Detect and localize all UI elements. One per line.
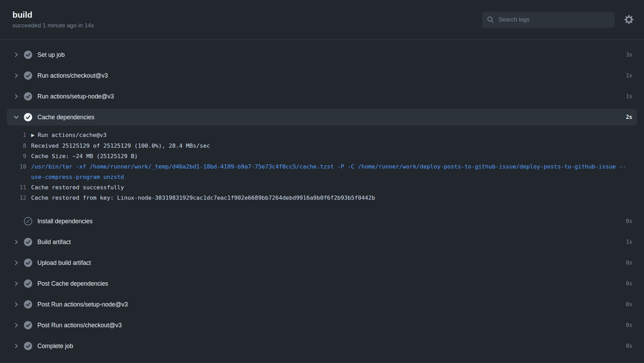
settings-button[interactable] [624,15,634,24]
log-line-number[interactable]: 8 [7,141,26,151]
step-duration: 0s [626,322,632,328]
log-line-number[interactable]: 11 [7,182,26,193]
step-row[interactable]: Build artifact 1s [7,234,637,250]
step-duration: 1s [626,239,632,245]
step-section: Set up job 3s [7,46,637,63]
check-circle-icon [24,113,33,122]
step-row[interactable]: Post Run actions/setup-node@v3 0s [7,296,637,313]
step-duration: 0s [626,280,632,287]
step-label: Post Cache dependencies [37,280,108,287]
log-line-text: Received 25125129 of 25125129 (100.0%), … [31,141,210,151]
log-line-number[interactable]: 12 [7,193,26,203]
job-title-block: build succeeded 1 minute ago in 14s [12,10,94,29]
step-duration: 1s [626,93,632,100]
log-line-number[interactable]: 9 [7,151,26,162]
check-circle-icon [24,321,33,330]
step-label: Set up job [37,51,65,59]
gear-icon [624,15,634,24]
step-label: Run actions/setup-node@v3 [37,93,114,100]
step-row[interactable]: Post Cache dependencies 0s [7,275,637,292]
step-section: Post Run actions/setup-node@v3 0s [7,296,637,313]
job-title: build [12,10,94,20]
step-duration: 0s [626,301,632,308]
step-duration: 0s [626,343,632,349]
log-line-text: Cache restored from key: Linux-node-3831… [31,193,375,203]
chevron-right-icon [13,322,19,328]
step-label: Post Run actions/checkout@v3 [37,322,122,329]
step-section: Complete job 0s [7,338,637,354]
step-label: Complete job [37,343,73,350]
step-label: Run actions/checkout@v3 [37,72,108,79]
step-section: Build artifact 1s [7,234,637,250]
chevron-right-icon [13,343,19,349]
chevron-down-icon [13,114,19,120]
log-line-number[interactable]: 1 [7,130,26,141]
check-circle-icon [24,50,33,59]
search-logs-box[interactable] [482,12,615,28]
header: build succeeded 1 minute ago in 14s [0,0,644,40]
workflow-log-viewer: build succeeded 1 minute ago in 14s [0,0,644,354]
log-line[interactable]: 10 /usr/bin/tar -xf /home/runner/work/_t… [7,162,637,182]
step-duration: 2s [626,114,632,120]
steps-list: Set up job 3s Run actions/checkout@v3 1s… [0,40,644,354]
chevron-right-icon [13,239,19,245]
step-row[interactable]: Upload build artifact 0s [7,254,637,271]
log-line-text: Cache Size: ~24 MB (25125129 B) [31,151,138,162]
search-icon [487,16,494,23]
step-duration: 3s [626,52,632,58]
step-label: Install dependencies [37,218,93,225]
log-line[interactable]: 8 Received 25125129 of 25125129 (100.0%)… [7,141,637,151]
log-line-number[interactable]: 10 [7,162,26,182]
header-actions [482,12,634,28]
check-circle-icon [24,237,33,247]
check-circle-icon [24,71,33,80]
step-row[interactable]: Post Run actions/checkout@v3 0s [7,317,637,334]
chevron-right-icon [13,280,19,287]
chevron-right-icon [13,52,19,58]
search-logs-input[interactable] [498,16,610,24]
log-line[interactable]: 11 Cache restored successfully [7,182,637,193]
step-duration: 0s [626,218,632,224]
step-section: Upload build artifact 0s [7,254,637,271]
check-circle-icon [24,92,33,101]
log-line[interactable]: 9 Cache Size: ~24 MB (25125129 B) [7,151,637,162]
step-label: Upload build artifact [37,259,91,267]
chevron-right-icon [13,218,19,224]
step-row[interactable]: Run actions/checkout@v3 1s [7,67,637,84]
chevron-right-icon [13,93,19,100]
step-section: Install dependencies 0s [7,213,637,230]
step-duration: 1s [626,72,632,79]
step-section: Post Cache dependencies 0s [7,275,637,292]
step-label: Build artifact [37,239,71,246]
step-row[interactable]: Cache dependencies 2s [7,109,637,126]
step-section: Post Run actions/checkout@v3 0s [7,317,637,334]
step-section: Cache dependencies 2s 1 ▶Run actions/cac… [7,109,637,209]
chevron-right-icon [13,260,19,266]
log-line[interactable]: 1 ▶Run actions/cache@v3 [7,130,637,141]
step-log: 1 ▶Run actions/cache@v3 8 Received 25125… [7,126,637,209]
log-line[interactable]: 12 Cache restored from key: Linux-node-3… [7,193,637,203]
step-section: Run actions/setup-node@v3 1s [7,88,637,105]
step-label: Post Run actions/setup-node@v3 [37,301,128,308]
step-row[interactable]: Complete job 0s [7,338,637,354]
job-status-summary: succeeded 1 minute ago in 14s [12,22,94,29]
check-circle-icon [24,300,33,309]
skipped-icon [24,217,33,226]
step-section: Run actions/checkout@v3 1s [7,67,637,84]
log-line-text: /usr/bin/tar -xf /home/runner/work/_temp… [31,162,628,182]
step-row[interactable]: Set up job 3s [7,46,637,63]
check-circle-icon [24,279,33,288]
step-label: Cache dependencies [37,114,94,121]
check-circle-icon [24,258,33,267]
check-circle-icon [24,342,33,351]
log-line-text: ▶Run actions/cache@v3 [31,130,107,141]
step-row[interactable]: Install dependencies 0s [7,213,637,230]
step-duration: 0s [626,260,632,266]
log-group-triangle-icon: ▶ [31,132,35,138]
step-row[interactable]: Run actions/setup-node@v3 1s [7,88,637,105]
log-line-text: Cache restored successfully [31,182,124,193]
chevron-right-icon [13,301,19,308]
chevron-right-icon [13,72,19,79]
